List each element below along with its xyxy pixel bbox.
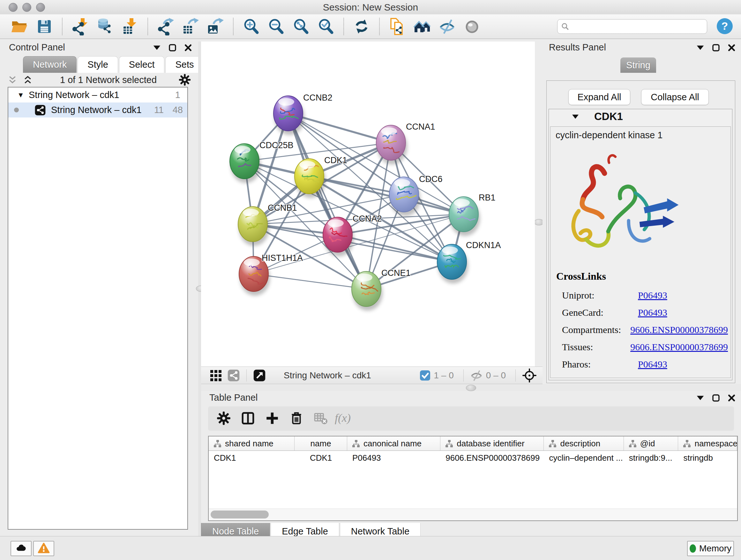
zoom-selected-button[interactable] [315, 16, 336, 37]
crosslink-value-link[interactable]: 9606.ENSP00000378699 [630, 324, 728, 335]
panel-close-icon[interactable] [184, 44, 192, 52]
export-network-button[interactable] [155, 16, 176, 37]
network-node-CDK1[interactable]: CDK1 [294, 155, 347, 198]
table-mode-gear-button[interactable] [214, 410, 233, 428]
table-cell[interactable]: stringdb:9... [624, 451, 678, 465]
collapse-entry-icon[interactable] [571, 114, 580, 120]
panel-float-icon[interactable] [712, 44, 720, 52]
collapse-all-icon[interactable] [8, 75, 18, 84]
column-header-canonical-name[interactable]: canonical name [347, 436, 441, 450]
bottom-splitter[interactable] [201, 384, 741, 391]
panel-menu-icon[interactable] [696, 394, 704, 402]
toolbar-separator [379, 18, 380, 35]
show-all-button[interactable] [461, 16, 482, 37]
delete-table-button[interactable] [312, 410, 330, 428]
apply-preferred-layout-button[interactable] [351, 16, 372, 37]
column-header-database-identifier[interactable]: database identifier [441, 436, 544, 450]
left-splitter[interactable] [198, 42, 201, 536]
table-cell[interactable]: CDK1 [294, 451, 347, 465]
grid-view-icon[interactable] [209, 369, 222, 382]
zoom-in-button[interactable] [241, 16, 262, 37]
delete-column-button[interactable] [287, 410, 306, 428]
hide-selected-button[interactable] [436, 16, 458, 37]
expand-all-icon[interactable] [23, 75, 34, 84]
crosslink-value-link[interactable]: P06493 [638, 359, 667, 370]
refresh-icon [353, 17, 370, 36]
save-icon [36, 17, 53, 36]
folder-open-icon [10, 17, 28, 36]
network-collection-row[interactable]: ▼ String Network – cdk1 1 [8, 87, 187, 103]
table-row[interactable]: CDK1CDK1P064939606.ENSP00000378699cyclin… [209, 451, 737, 465]
save-session-button[interactable] [34, 16, 55, 37]
column-header-shared-name[interactable]: shared name [209, 436, 294, 450]
network-row[interactable]: String Network – cdk1 11 48 [8, 103, 187, 118]
panel-float-icon[interactable] [168, 44, 177, 52]
cloud-button[interactable] [10, 541, 31, 556]
toggle-panes-button[interactable] [239, 410, 257, 428]
selected-checkbox-icon[interactable] [420, 370, 430, 381]
network-node-CDKN1A[interactable]: CDKN1A [437, 240, 501, 284]
network-node-CCNB2[interactable]: CCNB2 [273, 93, 333, 135]
column-header-description[interactable]: description [544, 436, 623, 450]
export-table-button[interactable] [180, 16, 201, 37]
expand-all-button[interactable]: Expand All [568, 89, 630, 105]
network-node-CCNE1[interactable]: CCNE1 [352, 268, 411, 311]
export-image-button[interactable] [205, 16, 226, 37]
crosslink-value-link[interactable]: 9606.ENSP00000378699 [630, 341, 728, 353]
gene-details: cyclin-dependent kinase 1 [550, 126, 731, 378]
hidden-eye-icon[interactable] [470, 369, 483, 382]
add-column-button[interactable] [263, 410, 281, 428]
gene-entry-header[interactable]: CDK1 [549, 109, 732, 126]
open-session-button[interactable] [9, 16, 30, 37]
tab-select[interactable]: Select [119, 56, 165, 73]
panel-float-icon[interactable] [712, 394, 720, 402]
function-builder-button[interactable]: f(x) [336, 410, 354, 428]
search-input[interactable] [557, 19, 707, 34]
collapse-all-button[interactable]: Collapse All [641, 89, 709, 105]
tab-string[interactable]: String [620, 57, 656, 73]
network-tree: ▼ String Network – cdk1 1 String Network… [8, 87, 188, 530]
right-splitter[interactable] [535, 42, 542, 367]
crosslink-label: GeneCard: [556, 307, 638, 318]
column-header-@id[interactable]: @id [624, 436, 678, 450]
network-node-CDC25B[interactable]: CDC25B [230, 140, 293, 183]
help-button[interactable]: ? [716, 17, 734, 36]
column-header-namespace[interactable]: namespace [678, 436, 737, 450]
splitter-handle[interactable] [466, 385, 476, 391]
birdseye-crosshair-icon[interactable] [522, 368, 537, 383]
import-network-from-file-button[interactable] [70, 16, 91, 37]
tab-network[interactable]: Network [23, 56, 77, 73]
crosslink-value-link[interactable]: P06493 [638, 307, 667, 318]
network-view-canvas[interactable]: CCNB2 CCNA1 CDC25B CDK1 CDC6 [201, 42, 535, 367]
table-cell[interactable]: P06493 [347, 451, 441, 465]
network-node-RB1[interactable]: RB1 [449, 193, 495, 236]
network-node-CDC6[interactable]: CDC6 [389, 174, 443, 216]
table-cell[interactable]: CDK1 [209, 451, 294, 465]
panel-close-icon[interactable] [727, 394, 736, 402]
houses-icon [413, 17, 431, 36]
scrollbar-thumb[interactable] [211, 510, 269, 518]
import-network-from-database-button[interactable] [94, 16, 116, 37]
network-node-HIST1H1A[interactable]: HIST1H1A [239, 253, 303, 296]
panel-menu-icon[interactable] [152, 44, 161, 52]
import-table-from-file-button[interactable] [119, 16, 140, 37]
table-cell[interactable]: cyclin–dependent ... [544, 451, 623, 465]
table-cell[interactable]: 9606.ENSP00000378699 [441, 451, 544, 465]
warnings-button[interactable] [33, 541, 54, 556]
memory-button[interactable]: Memory [687, 541, 734, 556]
tab-style[interactable]: Style [77, 56, 118, 73]
first-neighbors-button[interactable] [412, 16, 433, 37]
network-options-gear-icon[interactable] [179, 73, 191, 86]
tree-expander-icon[interactable]: ▼ [17, 91, 25, 99]
panel-menu-icon[interactable] [696, 44, 704, 52]
network-node-CCNB1[interactable]: CCNB1 [238, 203, 297, 246]
column-header-name[interactable]: name [294, 436, 347, 450]
horizontal-scrollbar[interactable] [209, 509, 737, 520]
zoom-out-button[interactable] [266, 16, 286, 37]
new-network-from-selection-button[interactable] [387, 16, 408, 37]
zoom-fit-button[interactable] [290, 16, 312, 37]
crosslink-value-link[interactable]: P06493 [638, 290, 667, 301]
table-cell[interactable]: stringdb [678, 451, 737, 465]
detach-view-icon[interactable] [253, 369, 266, 382]
panel-close-icon[interactable] [727, 44, 736, 52]
